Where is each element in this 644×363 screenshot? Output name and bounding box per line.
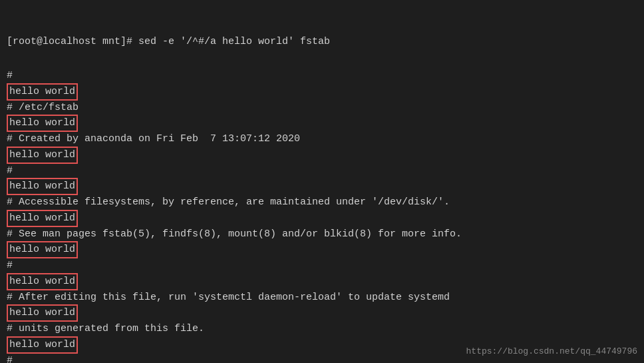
watermark: https://blog.csdn.net/qq_44749796 <box>466 346 637 356</box>
output-line: hello world <box>7 241 637 258</box>
highlighted-hello-world: hello world <box>7 147 78 164</box>
highlighted-hello-world: hello world <box>7 178 78 195</box>
output-line: # See man pages fstab(5), findfs(8), mou… <box>7 227 637 242</box>
output-line: # After editing this file, run 'systemct… <box>7 290 637 305</box>
output-line: # <box>7 258 637 273</box>
output-line: hello world <box>7 304 637 322</box>
output-line: # units generated from this file. <box>7 322 637 336</box>
output-line: hello world <box>7 147 637 164</box>
highlighted-hello-world: hello world <box>7 336 78 354</box>
output-line: hello world <box>7 83 637 101</box>
terminal: [root@localhost mnt]# sed -e '/^#/a hell… <box>0 0 644 69</box>
highlighted-hello-world: hello world <box>7 273 78 290</box>
highlighted-hello-world: hello world <box>7 115 78 132</box>
highlighted-hello-world: hello world <box>7 83 78 101</box>
output-line: hello world <box>7 210 637 227</box>
highlighted-hello-world: hello world <box>7 304 78 322</box>
output-area: #hello world# /etc/fstabhello world# Cre… <box>0 69 644 363</box>
output-line: # Created by anaconda on Fri Feb 7 13:07… <box>7 132 637 147</box>
output-line: # <box>7 164 637 179</box>
output-line: # <box>7 69 637 83</box>
prompt-line: [root@localhost mnt]# sed -e '/^#/a hell… <box>7 35 637 49</box>
output-line: hello world <box>7 178 637 195</box>
output-line: hello world <box>7 273 637 290</box>
highlighted-hello-world: hello world <box>7 210 78 227</box>
output-line: # /etc/fstab <box>7 101 637 115</box>
output-line: # Accessible filesystems, by reference, … <box>7 195 637 210</box>
highlighted-hello-world: hello world <box>7 241 78 258</box>
output-line: hello world <box>7 115 637 132</box>
